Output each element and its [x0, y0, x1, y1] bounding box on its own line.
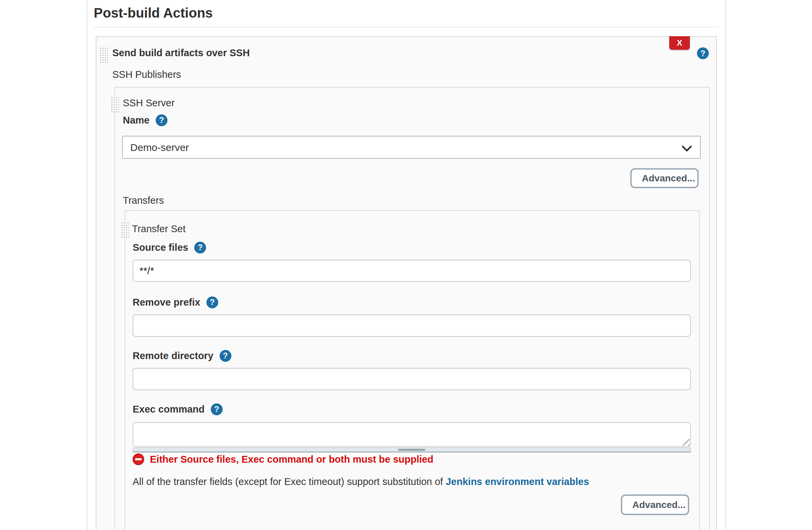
validation-error: Either Source files, Exec command or bot… [133, 453, 433, 466]
exec-command-label: Exec command ? [133, 403, 223, 415]
help-icon[interactable]: ? [220, 350, 231, 362]
help-icon[interactable]: ? [697, 47, 709, 59]
transfer-set-panel: Transfer Set Source files ? Remove prefi… [125, 210, 700, 530]
source-files-label: Source files ? [133, 241, 206, 254]
exec-command-label-text: Exec command [133, 403, 205, 415]
ssh-server-panel: SSH Server Name ? Demo-server Advanced..… [114, 87, 710, 530]
source-files-input[interactable] [133, 260, 691, 282]
server-name-select[interactable]: Demo-server [122, 136, 701, 159]
transfer-advanced-button[interactable]: Advanced... [621, 495, 689, 515]
exec-command-textarea[interactable] [133, 422, 691, 447]
delete-publisher-button[interactable]: X [669, 36, 690, 50]
server-advanced-button[interactable]: Advanced... [630, 168, 699, 188]
error-message: Either Source files, Exec command or bot… [150, 454, 433, 465]
publisher-title: Send build artifacts over SSH [112, 47, 250, 59]
name-label-text: Name [123, 114, 149, 126]
server-select-wrap: Demo-server [122, 136, 701, 159]
drag-handle[interactable] [99, 46, 108, 64]
help-icon[interactable]: ? [156, 114, 168, 126]
page-title: Post-build Actions [94, 5, 213, 20]
transfer-set-label: Transfer Set [132, 223, 185, 234]
resize-grip-icon [398, 449, 425, 451]
remove-prefix-label-text: Remove prefix [133, 296, 200, 308]
content-right-divider [725, 0, 726, 530]
textarea-resize-bar[interactable] [133, 447, 691, 453]
content-left-divider [87, 0, 87, 530]
help-icon[interactable]: ? [211, 403, 223, 415]
drag-handle[interactable] [120, 221, 129, 239]
jenkins-config-page: Post-build Actions X ? Send build artifa… [0, 0, 812, 530]
help-icon[interactable]: ? [194, 242, 206, 254]
remote-directory-label: Remote directory ? [133, 349, 231, 362]
remove-prefix-label: Remove prefix ? [133, 296, 218, 308]
ssh-server-label: SSH Server [123, 97, 175, 109]
name-field-label: Name ? [123, 114, 168, 126]
section-divider [94, 27, 718, 27]
help-icon[interactable]: ? [206, 297, 218, 308]
transfers-label: Transfers [123, 195, 164, 206]
transfer-info-text: All of the transfer fields (except for E… [133, 476, 589, 487]
remove-prefix-input[interactable] [133, 314, 691, 337]
remote-directory-label-text: Remote directory [133, 349, 214, 362]
drag-handle[interactable] [110, 96, 119, 113]
publisher-panel: X ? Send build artifacts over SSH SSH Pu… [96, 36, 717, 530]
error-icon [133, 454, 144, 465]
jenkins-env-variables-link[interactable]: Jenkins environment variables [446, 476, 589, 487]
remote-directory-input[interactable] [133, 368, 691, 390]
info-text: All of the transfer fields (except for E… [133, 476, 446, 487]
source-files-label-text: Source files [133, 241, 188, 254]
ssh-publishers-label: SSH Publishers [112, 69, 181, 80]
